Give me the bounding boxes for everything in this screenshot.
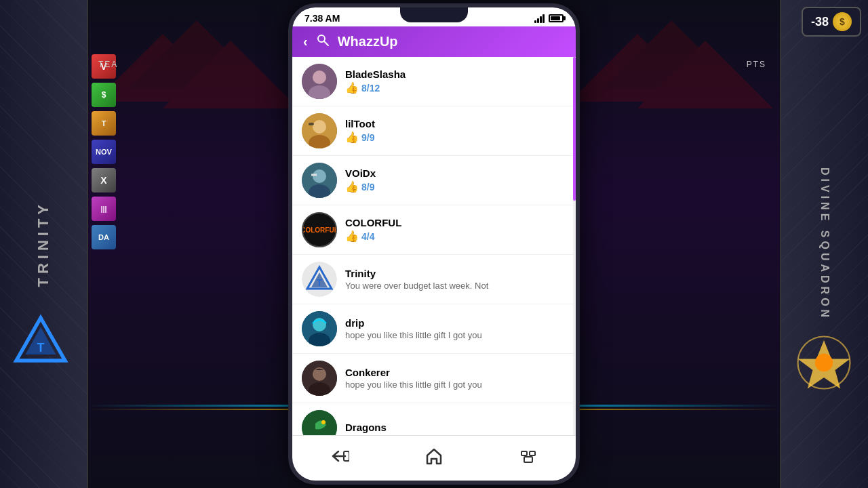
battery-icon bbox=[549, 14, 564, 22]
chat-name-dragons: Dragons bbox=[345, 422, 566, 433]
search-icon bbox=[316, 33, 330, 50]
avatar-trinity: T bbox=[302, 262, 337, 297]
chat-item-voidx[interactable]: VOiDx 👍 8/9 bbox=[292, 156, 576, 205]
chat-name-voidx: VOiDx bbox=[345, 167, 566, 179]
chat-item-dragons[interactable]: Dragons bbox=[292, 403, 576, 435]
chat-info-drip: drip hope you like this little gift I go… bbox=[345, 317, 566, 340]
pillar-left: TRINITY T bbox=[0, 0, 88, 488]
svg-point-15 bbox=[313, 70, 326, 84]
pillar-right-label: DIVINE SQUADRON bbox=[818, 167, 831, 321]
chat-preview-conkerer: hope you like this little gift I got you bbox=[345, 380, 566, 390]
chat-name-drip: drip bbox=[345, 317, 566, 329]
team-icon-5: X bbox=[92, 168, 116, 192]
chat-name-liltoot: lilToot bbox=[345, 118, 566, 129]
avatar-drip bbox=[302, 311, 337, 346]
chat-preview-trinity: You were over budget last week. Not bbox=[345, 281, 566, 291]
chat-item-trinity[interactable]: T Trinity You were over budget last week… bbox=[292, 255, 576, 304]
top-bar: -38 $ bbox=[802, 7, 861, 37]
pillar-right: DIVINE SQUADRON bbox=[780, 0, 868, 488]
chat-info-trinity: Trinity You were over budget last week. … bbox=[345, 268, 566, 291]
phone-nav bbox=[292, 435, 576, 481]
svg-point-11 bbox=[815, 354, 833, 371]
scroll-thumb bbox=[573, 57, 576, 201]
team-icon-6: ||| bbox=[92, 197, 116, 221]
chat-item-drip[interactable]: drip hope you like this little gift I go… bbox=[292, 304, 576, 354]
svg-text:T: T bbox=[37, 341, 45, 354]
chat-item-colorful[interactable]: COLORFUL COLORFUL 👍 4/4 bbox=[292, 205, 576, 255]
app-title: WhazzUp bbox=[338, 34, 398, 49]
back-button[interactable]: ‹ bbox=[303, 34, 308, 49]
chat-item-liltoot[interactable]: lilToot 👍 9/9 bbox=[292, 106, 576, 156]
team-icon-7: DA bbox=[92, 225, 116, 249]
svg-point-18 bbox=[313, 120, 326, 134]
chat-info-voidx: VOiDx 👍 8/9 bbox=[345, 167, 566, 193]
team-icon-2: $ bbox=[92, 83, 116, 107]
avatar-liltoot bbox=[302, 113, 337, 148]
chat-list[interactable]: BladeSlasha 👍 8/12 bbox=[292, 57, 576, 435]
avatar-dragons bbox=[302, 410, 337, 435]
chat-likes-liltoot: 👍 9/9 bbox=[345, 131, 566, 144]
coin-icon: $ bbox=[833, 12, 852, 31]
trinity-logo: T bbox=[10, 312, 71, 373]
team-icon-3: T bbox=[92, 111, 116, 136]
svg-line-13 bbox=[324, 41, 328, 45]
avatar-conkerer bbox=[302, 361, 337, 396]
chat-name-colorful: COLORFUL bbox=[345, 217, 566, 228]
teams-label: TEA bbox=[98, 60, 118, 69]
avatar-voidx bbox=[302, 163, 337, 198]
chat-name-trinity: Trinity bbox=[345, 268, 566, 279]
avatar-colorful: COLORFUL bbox=[302, 212, 337, 247]
avatar-bladeslasha bbox=[302, 64, 337, 99]
chat-name-bladeslasha: BladeSlasha bbox=[345, 68, 566, 80]
chat-item-bladeslasha[interactable]: BladeSlasha 👍 8/12 bbox=[292, 57, 576, 106]
chat-name-conkerer: Conkerer bbox=[345, 367, 566, 378]
phone-frame: 7.38 AM ‹ Wha bbox=[288, 3, 580, 485]
nav-recent-button[interactable] bbox=[515, 443, 542, 470]
app-header: ‹ WhazzUp bbox=[292, 26, 576, 57]
svg-point-22 bbox=[313, 169, 326, 183]
phone-wrapper: 7.38 AM ‹ Wha bbox=[288, 3, 580, 485]
balance-amount: -38 bbox=[811, 15, 829, 29]
nav-back-button[interactable] bbox=[326, 443, 353, 470]
chat-info-liltoot: lilToot 👍 9/9 bbox=[345, 118, 566, 144]
chat-likes-voidx: 👍 8/9 bbox=[345, 180, 566, 193]
pillar-left-label: TRINITY bbox=[35, 201, 52, 287]
squad-badge bbox=[787, 325, 861, 400]
status-time: 7.38 AM bbox=[304, 13, 340, 24]
signal-bars-icon bbox=[534, 14, 545, 23]
svg-rect-20 bbox=[309, 123, 314, 125]
scroll-track bbox=[573, 57, 576, 435]
chat-likes-colorful: 👍 4/4 bbox=[345, 230, 566, 243]
team-icon-4: NOV bbox=[92, 140, 116, 164]
svg-rect-38 bbox=[521, 451, 527, 455]
chat-item-conkerer[interactable]: Conkerer hope you like this little gift … bbox=[292, 354, 576, 403]
chat-likes-bladeslasha: 👍 8/12 bbox=[345, 81, 566, 94]
chat-info-conkerer: Conkerer hope you like this little gift … bbox=[345, 367, 566, 390]
pts-label: PTS bbox=[747, 60, 766, 69]
svg-point-36 bbox=[321, 420, 326, 424]
status-icons bbox=[534, 14, 564, 23]
nav-home-button[interactable] bbox=[420, 443, 448, 470]
chat-info-dragons: Dragons bbox=[345, 422, 566, 434]
chat-preview-drip: hope you like this little gift I got you bbox=[345, 330, 566, 340]
chat-info-colorful: COLORFUL 👍 4/4 bbox=[345, 217, 566, 243]
svg-text:T: T bbox=[317, 277, 323, 288]
phone-notch bbox=[400, 7, 468, 22]
balance-badge: -38 $ bbox=[802, 7, 861, 37]
svg-rect-39 bbox=[530, 451, 535, 455]
chat-info-bladeslasha: BladeSlasha 👍 8/12 bbox=[345, 68, 566, 94]
svg-rect-40 bbox=[524, 457, 532, 462]
score-panel-left: V $ T NOV X ||| DA bbox=[92, 54, 275, 253]
